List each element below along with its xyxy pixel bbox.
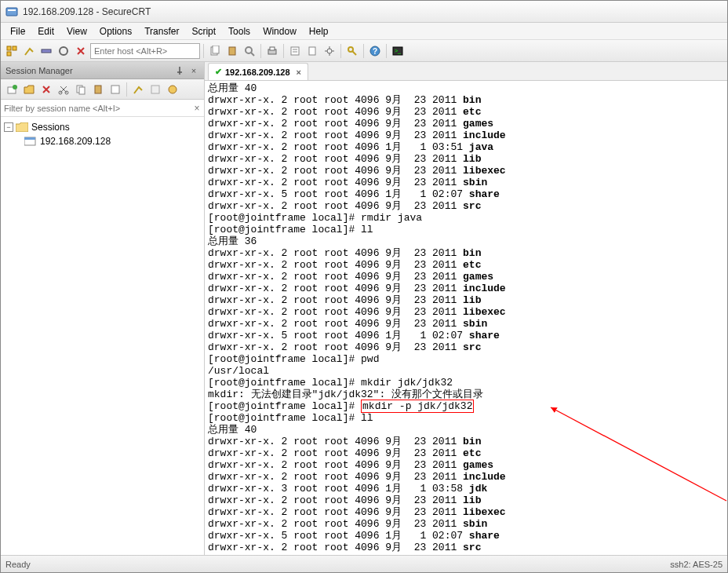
terminal-line: drwxr-xr-x. 2 root root 4096 9月 23 2011 …: [208, 106, 724, 118]
terminal-line: drwxr-xr-x. 2 root root 4096 9月 23 2011 …: [208, 118, 724, 130]
terminal-line: drwxr-xr-x. 2 root root 4096 9月 23 2011 …: [208, 341, 724, 353]
clear-filter-icon[interactable]: ×: [190, 101, 204, 115]
unknown-icon[interactable]: [147, 82, 163, 97]
find-icon[interactable]: [242, 43, 257, 59]
svg-rect-5: [42, 49, 51, 53]
svg-rect-8: [213, 46, 219, 53]
terminal-line: drwxr-xr-x. 2 root root 4096 9月 23 2011 …: [208, 518, 724, 530]
session-node[interactable]: 192.168.209.128: [24, 134, 201, 148]
session-manager-header: Session Manager ×: [1, 62, 204, 79]
session-tree[interactable]: − Sessions 192.168.209.128: [1, 117, 204, 555]
key-icon[interactable]: [344, 43, 360, 59]
session-tab[interactable]: ✔ 192.168.209.128 ×: [208, 63, 308, 80]
print-icon[interactable]: [264, 43, 280, 59]
terminal-line: [root@jointframe local]# ll: [208, 412, 724, 424]
tabbar: ✔ 192.168.209.128 ×: [205, 62, 727, 81]
paste-icon[interactable]: [224, 43, 240, 59]
svg-point-34: [169, 86, 177, 93]
status-right: ssh2: AES-25: [670, 560, 723, 569]
app-icon: [5, 5, 18, 18]
terminal-line: drwxr-xr-x. 2 root root 4096 9月 23 2011 …: [208, 165, 724, 177]
new-session-icon[interactable]: [4, 82, 20, 97]
terminal-line: drwxr-xr-x. 2 root root 4096 9月 23 2011 …: [208, 283, 724, 294]
svg-rect-14: [291, 47, 299, 55]
terminal-line: /usr/local: [208, 365, 724, 377]
pin-icon[interactable]: [174, 65, 185, 76]
menu-help[interactable]: Help: [303, 24, 335, 38]
terminal-line: drwxr-xr-x. 2 root root 4096 9月 23 2011 …: [208, 471, 724, 483]
settings-icon[interactable]: [322, 43, 337, 59]
svg-text:>_: >_: [395, 48, 401, 54]
close-tab-icon[interactable]: ×: [297, 68, 301, 77]
terminal-line: drwxr-xr-x. 2 root root 4096 9月 23 2011 …: [208, 94, 724, 106]
menu-tools[interactable]: Tools: [222, 24, 257, 38]
terminal[interactable]: 总用量 40drwxr-xr-x. 2 root root 4096 9月 23…: [205, 81, 727, 555]
terminal-line: [root@jointframe local]# pwd: [208, 353, 724, 365]
terminal-line: drwxr-xr-x. 5 root root 4096 1月 1 02:07 …: [208, 330, 724, 341]
close-icon[interactable]: ×: [188, 65, 199, 76]
sessions-root-node[interactable]: − Sessions: [4, 120, 201, 134]
delete-icon[interactable]: [38, 82, 54, 97]
collapse-toggle[interactable]: −: [4, 122, 13, 132]
terminal-line: drwxr-xr-x. 2 root root 4096 9月 23 2011 …: [208, 306, 724, 318]
quickconnect-icon[interactable]: [130, 82, 146, 97]
help-icon[interactable]: ?: [367, 43, 383, 59]
session-label: 192.168.209.128: [40, 136, 111, 147]
cut-icon[interactable]: [56, 82, 71, 97]
quick-connect-icon[interactable]: [21, 43, 37, 59]
session-manager-title: Session Manager: [5, 66, 73, 75]
toolbar-separator: [283, 44, 284, 58]
status-left: Ready: [5, 560, 31, 569]
terminal-line: drwxr-xr-x. 2 root root 4096 9月 23 2011 …: [208, 271, 724, 283]
terminal-line: drwxr-xr-x. 2 root root 4096 9月 23 2011 …: [208, 542, 724, 553]
log-icon[interactable]: [304, 43, 320, 59]
menu-edit[interactable]: Edit: [31, 24, 60, 38]
tab-label: 192.168.209.128: [225, 68, 290, 77]
svg-rect-17: [309, 47, 315, 55]
svg-rect-30: [79, 87, 85, 94]
menu-transfer[interactable]: Transfer: [138, 24, 185, 38]
svg-rect-13: [270, 47, 275, 50]
terminal-line: drwxr-xr-x. 2 root root 4096 9月 23 2011 …: [208, 259, 724, 271]
menu-options[interactable]: Options: [93, 24, 138, 38]
copy-icon[interactable]: [207, 43, 223, 59]
menu-window[interactable]: Window: [257, 24, 303, 38]
terminal-line: 总用量 36: [208, 235, 724, 247]
window-title: 192.168.209.128 - SecureCRT: [23, 6, 151, 17]
sessions-icon[interactable]: [4, 43, 20, 59]
titlebar: 192.168.209.128 - SecureCRT: [1, 1, 727, 23]
svg-rect-31: [95, 86, 101, 93]
properties-icon[interactable]: [287, 43, 303, 59]
terminal-line: [root@jointframe local]# mkdir jdk/jdk32: [208, 377, 724, 389]
disconnect-icon[interactable]: [73, 43, 89, 59]
menu-file[interactable]: File: [4, 24, 31, 38]
svg-text:?: ?: [373, 47, 377, 56]
filter-input[interactable]: [1, 100, 190, 116]
host-input[interactable]: [90, 43, 200, 59]
menu-script[interactable]: Script: [185, 24, 222, 38]
svg-point-18: [327, 49, 332, 53]
main-area: ✔ 192.168.209.128 × 总用量 40drwxr-xr-x. 2 …: [205, 62, 727, 555]
svg-rect-4: [7, 52, 11, 56]
terminal-line: drwxr-xr-x. 2 root root 4096 9月 23 2011 …: [208, 318, 724, 330]
properties-session-icon[interactable]: [107, 82, 123, 97]
terminal-line: mkdir: 无法创建目录"jdk/jdk32": 没有那个文件或目录: [208, 389, 724, 400]
menu-view[interactable]: View: [60, 24, 93, 38]
svg-point-26: [13, 85, 17, 89]
terminal-line: [root@jointframe local]# ll: [208, 224, 724, 235]
terminal-line: drwxr-xr-x. 2 root root 4096 9月 23 2011 …: [208, 436, 724, 447]
connect-bar-icon[interactable]: [38, 43, 54, 59]
toolbar-separator: [386, 44, 387, 58]
reconnect-icon[interactable]: [56, 43, 71, 59]
sessions-root-label: Sessions: [31, 122, 70, 133]
toolbar-separator: [260, 44, 261, 58]
session-icon: [24, 136, 37, 147]
options-icon[interactable]: [165, 82, 180, 97]
terminal-line: drwxr-xr-x. 2 root root 4096 9月 23 2011 …: [208, 130, 724, 141]
new-folder-icon[interactable]: [21, 82, 37, 97]
svg-rect-36: [24, 137, 35, 140]
toolbar-separator: [363, 44, 364, 58]
copy-session-icon[interactable]: [73, 82, 89, 97]
terminal-icon[interactable]: >_: [390, 43, 406, 59]
paste-session-icon[interactable]: [90, 82, 106, 97]
